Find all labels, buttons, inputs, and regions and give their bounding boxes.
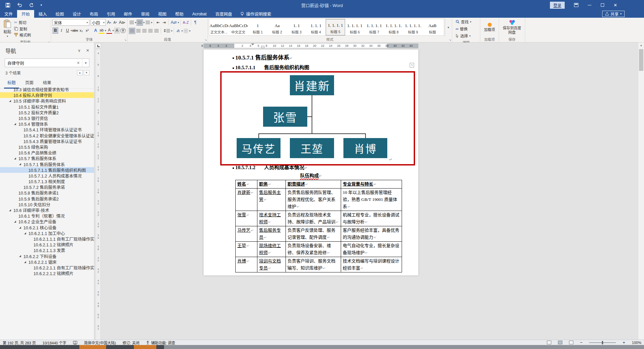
asian-layout-button[interactable]: A⇄ — [170, 19, 177, 26]
tab-references[interactable]: 引用 — [102, 10, 119, 18]
style-item[interactable]: 1. 1. 1. 1标题 5 — [326, 19, 345, 35]
track-changes-indicator[interactable]: 修订: 关闭 — [123, 340, 139, 345]
nav-tree-item[interactable]: 10.6.2.1.1 加工中心 — [0, 230, 94, 236]
bullets-button[interactable] — [129, 19, 135, 26]
table-cell[interactable]: 电气自动化专业，擅长复杂设备现场维护↵ — [341, 242, 402, 257]
heading-10-5-7-1-1[interactable]: 10.5.7.1.1售后服务组织机构图 — [233, 64, 309, 71]
nav-tree-item[interactable]: 10.5.3 银行资信 — [0, 115, 94, 121]
redo-icon[interactable] — [29, 3, 34, 7]
expand-triangle-icon[interactable] — [14, 123, 16, 125]
tab-review[interactable]: 审阅 — [137, 10, 154, 18]
table-cell[interactable]: 客户服务经验丰富，具备优秀的沟通协调能力↵ — [341, 226, 402, 242]
previous-result-button[interactable]: ▲ — [77, 70, 83, 75]
style-item[interactable]: AaB标题 — [423, 19, 442, 35]
copy-button[interactable]: 复制 — [14, 26, 31, 32]
shading-button[interactable] — [175, 28, 181, 34]
nav-tree-item[interactable]: 10.5.7.2 售后服务承诺 — [0, 184, 94, 190]
nav-search-box[interactable]: 自律守则 ✕ ▾ — [5, 59, 89, 67]
nav-tree-item[interactable]: 10.6.2.1.1.1 自有工厂现场操作实景... — [0, 236, 94, 242]
style-item[interactable]: AaBbCcDdE正文文本... — [209, 19, 229, 35]
expand-triangle-icon[interactable] — [9, 100, 11, 102]
expand-triangle-icon[interactable] — [19, 163, 21, 165]
find-button[interactable]: 查找▾ — [456, 19, 471, 25]
nav-tree-item[interactable]: 10.6.2.2.1 锯床 — [0, 259, 94, 265]
proofing-errors-icon[interactable] — [73, 341, 77, 345]
customize-qat-icon[interactable]: ▾ — [41, 3, 42, 7]
align-center-button[interactable] — [136, 28, 141, 34]
nav-tree-item[interactable]: 10.6.2.1 核心设备 — [0, 225, 94, 230]
enclose-characters-button[interactable]: 字 — [120, 28, 126, 33]
document-page[interactable]: 10.5.7.1 售后服务体系↵ 10.5.7.1.1售后服务组织机构图 肖建新… — [204, 49, 418, 275]
scrollbar-thumb[interactable] — [639, 49, 643, 71]
table-cell[interactable]: 售后服务主管↵ — [257, 189, 286, 211]
increase-indent-button[interactable]: ⇥ — [161, 19, 167, 26]
nav-tree-item[interactable]: 10.5.7.1 售后服务体系 — [0, 161, 94, 167]
tell-me-search[interactable]: 操作说明搜索 — [236, 10, 275, 18]
borders-button[interactable] — [183, 28, 189, 34]
nav-tree-item[interactable]: 10.5.4 管理体系 — [0, 121, 94, 127]
table-cell[interactable]: 负责远程及现场技术支持、故障诊断、产品培训↵ — [286, 211, 341, 226]
zoom-slider-thumb[interactable] — [602, 341, 603, 344]
nav-tree-item[interactable]: 10.5 详细评审-商务响应资料 — [0, 98, 94, 104]
zoom-slider[interactable] — [589, 342, 616, 343]
expand-triangle-icon[interactable] — [24, 261, 26, 263]
character-shading-button[interactable]: A — [114, 27, 120, 34]
numbering-button[interactable] — [137, 19, 143, 26]
orgchart-selection-border[interactable] — [220, 71, 415, 165]
save-icon[interactable] — [5, 3, 10, 8]
nav-tree-item[interactable]: 10.5.1 投标文件质量1 — [0, 104, 94, 110]
style-item[interactable]: 1. 1. 1. 1.标题 8 — [384, 19, 403, 35]
expand-triangle-icon[interactable] — [19, 255, 21, 257]
nav-tree-item[interactable]: 10.5.7.1.3 相关制度 — [0, 179, 94, 184]
cut-button[interactable]: ✂剪切 — [14, 19, 31, 25]
table-cell[interactable]: 机械工程专业，擅长设备调试与故障分析↵ — [341, 211, 402, 226]
nav-pane-options-icon[interactable]: ∨ — [78, 48, 81, 53]
nav-tree-item[interactable]: 10.4 投标人自律守则 — [0, 92, 94, 98]
style-item[interactable]: AaBbCcDc中文正文 — [229, 19, 248, 35]
next-result-button[interactable]: ▼ — [84, 70, 89, 75]
nav-tree-item[interactable]: 10.5.7 售后服务体系 — [0, 155, 94, 161]
nav-tree-item[interactable]: 10.5.5 绿色采购 — [0, 144, 94, 150]
expand-triangle-icon[interactable] — [14, 157, 16, 159]
tab-insert[interactable]: 插入 — [34, 10, 51, 18]
table-cell[interactable]: 负责现场设备安装、维修、保养及紧急抢修↵ — [286, 242, 341, 257]
nav-tree-item[interactable]: 10.6.2.1.1.3 发票 — [0, 247, 94, 253]
nav-tree-item[interactable]: 10.5.2 投标文件质量2 — [0, 110, 94, 115]
comment-anchor-icon[interactable]: ↰ — [410, 63, 414, 68]
nav-pane-close-icon[interactable]: ✕ — [86, 48, 89, 53]
underline-button[interactable]: U — [65, 27, 70, 34]
style-item[interactable]: 1标题 1 — [248, 19, 267, 35]
tab-file[interactable]: 文件 — [0, 10, 17, 18]
italic-button[interactable]: I — [59, 27, 64, 34]
heading-10-5-7-1[interactable]: 10.5.7.1 售后服务体系↵ — [233, 53, 293, 61]
justify-button[interactable] — [148, 28, 153, 34]
table-cell[interactable]: 负责客户培训、服务文档编写、知识库维护↵ — [286, 257, 341, 272]
web-layout-button[interactable] — [569, 341, 573, 344]
nav-tree-item[interactable]: 10.6.2.2.1.2 铭牌照片 — [0, 270, 94, 276]
nav-tree-item[interactable]: 10.6.2 企业生产设备 — [0, 219, 94, 224]
nav-tree-item[interactable]: 10.6.2.1.1.2 铭牌照片 — [0, 242, 94, 247]
nav-tree-item[interactable]: 10.6.1 专利（软著）情况 — [0, 213, 94, 219]
scroll-up-icon[interactable]: ▲ — [638, 42, 644, 48]
vertical-scrollbar[interactable]: ▲ — [638, 42, 644, 340]
nav-search-dropdown-icon[interactable]: ▾ — [82, 59, 89, 67]
table-cell[interactable]: 肖建新↵ — [236, 189, 257, 211]
strikethrough-button[interactable]: abc — [72, 27, 78, 34]
align-left-button[interactable] — [129, 28, 135, 34]
style-item[interactable]: 1. 1. 1. 1.标题 9 — [403, 19, 423, 35]
addins-button[interactable]: 加载项 — [483, 19, 497, 36]
style-item[interactable]: 1. 1. 1标题 4 — [306, 19, 326, 35]
word-count[interactable]: 10/18440 个字 — [43, 340, 66, 345]
nav-tree-item[interactable]: 10.5.9 售后服务承诺2 — [0, 196, 94, 202]
close-button[interactable]: ✕ — [614, 3, 617, 8]
minimize-button[interactable] — [588, 5, 591, 5]
multilevel-list-button[interactable] — [145, 19, 151, 26]
highlight-color-button[interactable]: ab — [99, 27, 104, 34]
table-header-cell[interactable]: 专业背景与特长↵ — [341, 180, 402, 189]
change-case-button[interactable]: Aa▾ — [118, 19, 126, 26]
table-header-cell[interactable]: 职责描述↵ — [286, 180, 341, 189]
styles-dialog-launcher-icon[interactable]: ↘ — [449, 38, 451, 41]
login-button[interactable]: 登录 — [550, 2, 565, 9]
style-item[interactable]: Aa标题 2 — [267, 19, 287, 35]
style-item[interactable]: 1. 1. 1. 1标题 7 — [365, 19, 384, 35]
